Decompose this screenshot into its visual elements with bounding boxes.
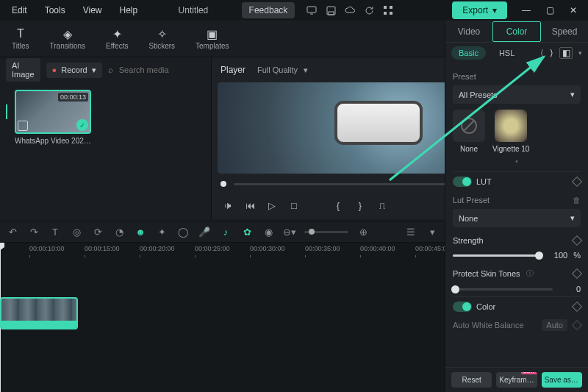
tab-templates[interactable]: ▣Templates (188, 24, 237, 53)
keyframe-button[interactable]: Keyframe P...BETA (496, 372, 537, 388)
clip-thumbnail[interactable]: 00:00:13 ✓ (15, 90, 91, 134)
tab-titles[interactable]: TTitles (4, 24, 37, 53)
preset-none[interactable]: None (453, 110, 485, 153)
strength-slider[interactable] (453, 254, 539, 257)
color-toggle[interactable] (453, 302, 472, 312)
menu-view[interactable]: View (76, 2, 110, 18)
protect-slider[interactable] (453, 288, 553, 291)
chevron-down-icon: ▾ (92, 65, 96, 75)
player-label: Player (220, 65, 245, 75)
menu-edit[interactable]: Edit (4, 2, 35, 18)
side-tab-video[interactable]: Video (445, 22, 492, 41)
svg-rect-7 (390, 12, 392, 15)
search-icon: ⌕ (108, 65, 113, 75)
tab-effects[interactable]: ✦Effects (98, 24, 135, 53)
timeline-clip[interactable] (0, 297, 78, 329)
tab-titles-label: Titles (12, 42, 29, 50)
robot-icon[interactable]: ✿ (240, 225, 254, 238)
group-icon[interactable]: ⊖▾ (283, 225, 296, 238)
list-view-icon[interactable]: ☰ (404, 225, 417, 238)
prev-frame-button[interactable]: ⏮ (243, 198, 257, 213)
keyframe-icon[interactable] (572, 177, 582, 187)
menu-tools[interactable]: Tools (37, 2, 73, 18)
info-icon[interactable]: ⓘ (526, 268, 534, 279)
mark-in-button[interactable]: { (331, 198, 345, 213)
marker-icon[interactable]: ⎍ (375, 198, 390, 213)
lut-toggle[interactable] (453, 177, 472, 187)
screen-icon[interactable] (304, 2, 320, 18)
crop-icon[interactable]: ◎ (70, 225, 83, 238)
redo-icon[interactable]: ↷ (27, 225, 40, 238)
settings-icon[interactable]: ▾ (426, 225, 439, 238)
awb-auto-button[interactable]: Auto (542, 319, 567, 331)
keyframe-icon[interactable] (572, 302, 582, 312)
seek-bar[interactable] (234, 183, 461, 185)
close-button[interactable]: ✕ (563, 4, 584, 17)
zoom-in-icon[interactable]: ⊕ (356, 225, 370, 238)
reset-button[interactable]: Reset (451, 372, 492, 388)
record-button[interactable]: ●Record▾ (46, 63, 102, 78)
tab-stickers[interactable]: ✧Stickers (141, 24, 182, 53)
ruler-tick: 00:00:45:00 (415, 245, 445, 252)
media-clip[interactable]: 00:00:13 ✓ WhatsApp Video 2023-10-05... (15, 90, 91, 212)
grid-icon[interactable] (380, 2, 396, 18)
preset-pager[interactable]: • (453, 157, 581, 165)
cloud-icon[interactable] (342, 2, 358, 18)
feedback-button[interactable]: Feedback (242, 2, 295, 18)
effects-tl-icon[interactable]: ✦ (155, 225, 168, 238)
side-tab-color[interactable]: Color (492, 21, 541, 42)
svg-rect-3 (329, 12, 334, 15)
seek-start-handle[interactable] (220, 181, 226, 187)
compare-icon[interactable]: ◧ (559, 47, 573, 59)
zoom-slider[interactable] (304, 231, 348, 233)
chevron-down-icon: ▾ (492, 5, 497, 15)
maximize-button[interactable]: ▢ (539, 4, 560, 17)
speed-icon[interactable]: ⟳ (91, 225, 104, 238)
subtab-basic[interactable]: Basic (451, 46, 486, 60)
beta-badge: BETA (521, 372, 537, 374)
quality-select[interactable]: Full Quality▾ (257, 65, 308, 75)
play-button[interactable]: ▷ (265, 198, 279, 213)
keyframe-icon[interactable] (572, 235, 582, 246)
color-icon[interactable]: ◔ (112, 225, 126, 238)
lut-preset-dropdown[interactable]: None▾ (453, 209, 581, 227)
ai-icon[interactable]: ☻ (134, 225, 147, 238)
undo-icon[interactable]: ↶ (6, 225, 19, 238)
ai-image-button[interactable]: AI Image (6, 58, 40, 82)
search-input[interactable] (119, 65, 220, 74)
subtab-prev-icon[interactable]: ⟨ (540, 48, 544, 58)
export-button[interactable]: Export▾ (452, 1, 507, 19)
keyframe-icon[interactable] (572, 320, 582, 330)
mark-out-button[interactable]: } (353, 198, 368, 213)
preset-vignette[interactable]: Vignette 10 (492, 110, 529, 153)
chevron-down-icon[interactable]: ▾ (578, 49, 582, 57)
stop-button[interactable]: □ (287, 198, 301, 213)
color-label: Color (476, 302, 495, 311)
preset-dropdown[interactable]: All Presets▾ (453, 85, 581, 104)
timeline-ruler[interactable]: 00:00:10:00 00:00:15:00 00:00:20:00 00:0… (0, 243, 445, 257)
tab-transitions-label: Transitions (50, 42, 86, 50)
expand-icon[interactable] (18, 121, 28, 131)
text-tool-icon[interactable]: T (49, 225, 62, 238)
mic-icon[interactable]: 🎤 (198, 225, 211, 238)
subtab-hsl[interactable]: HSL (492, 46, 522, 60)
menu-help[interactable]: Help (112, 2, 146, 18)
keyframe-icon[interactable] (572, 268, 582, 279)
speaker-icon[interactable]: 🕩 (220, 198, 235, 213)
delete-icon[interactable]: 🗑 (573, 196, 581, 204)
side-tab-speed[interactable]: Speed (541, 22, 588, 41)
svg-rect-5 (390, 6, 392, 9)
save-custom-button[interactable]: Save as cu... (542, 372, 582, 388)
marker-tl-icon[interactable]: ◉ (262, 225, 275, 238)
mask-icon[interactable]: ◯ (176, 225, 190, 238)
subtab-next-icon[interactable]: ⟩ (550, 48, 553, 58)
preset-label: Preset (453, 68, 581, 85)
record-label: Record (61, 65, 87, 74)
ruler-tick: 00:00:25:00 (195, 245, 230, 252)
music-icon[interactable]: ♪ (219, 225, 232, 238)
tab-transitions[interactable]: ◈Transitions (43, 24, 93, 53)
ruler-tick: 00:00:20:00 (140, 245, 175, 252)
minimize-button[interactable]: — (516, 4, 537, 17)
save-icon[interactable] (323, 2, 339, 18)
refresh-icon[interactable] (361, 2, 377, 18)
